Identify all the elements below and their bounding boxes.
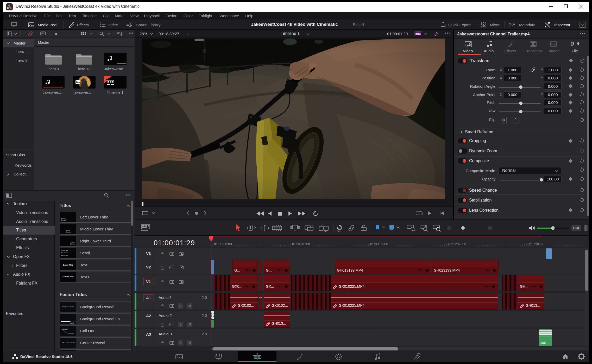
- svg-text:01:08:32:00: 01:08:32:00: [370, 242, 388, 246]
- svg-text:01:04:16:00: 01:04:16:00: [292, 242, 310, 246]
- svg-text:01:12:48:00: 01:12:48:00: [448, 242, 466, 246]
- svg-text:01:17:04:00: 01:17:04:00: [526, 242, 544, 246]
- svg-text:01:00:00:00: 01:00:00:00: [214, 242, 232, 246]
